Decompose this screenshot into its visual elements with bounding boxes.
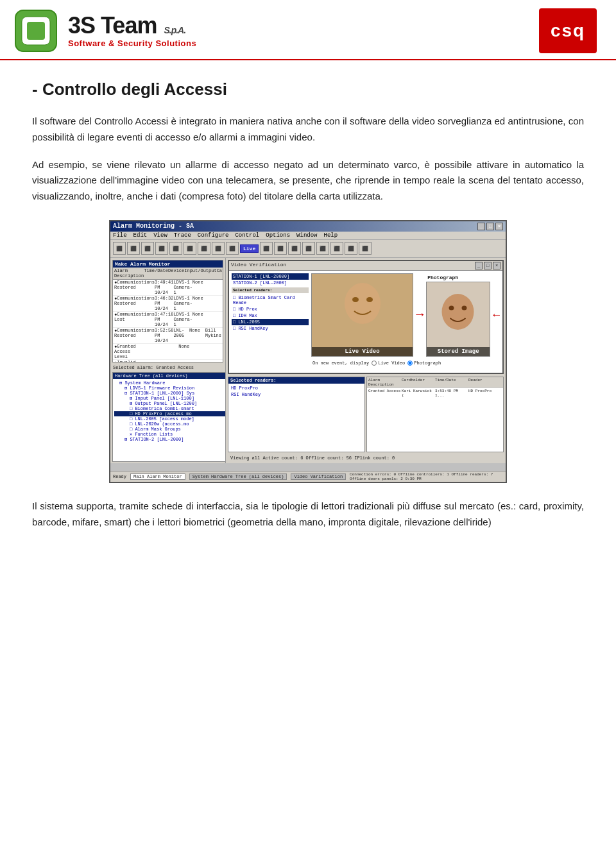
table-row: ●Communications Restored 3:52:58 PM 10/2… (113, 328, 223, 344)
alarm-desc-header: Alarm Description Cardholder Time/Date R… (367, 377, 503, 388)
tree-item-selected[interactable]: □ HD ProxPro (access mo (114, 411, 226, 416)
toolbar-btn-8[interactable]: ⬛ (212, 242, 225, 255)
menubar: File Edit View Trace Configure Control O… (110, 232, 506, 240)
toolbar-btn-3[interactable]: ⬛ (141, 242, 154, 255)
alarm-table-header: Alarm Description Time/Date Device Input… (113, 268, 223, 280)
close-button[interactable]: × (495, 223, 503, 230)
tree-item[interactable]: ✕ Function Lists (114, 432, 226, 437)
tree-item[interactable]: ⊞ STATION-2 [LNL-2000] (114, 437, 226, 442)
toolbar-btn-17[interactable]: ⬛ (359, 242, 372, 255)
toolbar-btn-6[interactable]: ⬛ (184, 242, 196, 255)
tree-item[interactable]: □ Biometrica Combi-smart (114, 406, 226, 411)
selected-alarm-label: Selected alarm: Granted Access (110, 364, 225, 371)
header: 3S Team S.p.A. Software & Security Solut… (0, 0, 616, 60)
tree-item[interactable]: □ LNL-2005 [access mode] (114, 416, 226, 422)
tree-item[interactable]: ⊞ System Hardware (114, 380, 226, 386)
hardware-tree-panel: Hardware Tree (all devices) ⊞ System Har… (112, 372, 226, 462)
minimize-button[interactable]: _ (477, 223, 485, 230)
table-row: ●Communications Lost 3:47:18 PM 10/24 LD… (113, 312, 223, 328)
menu-options[interactable]: Options (266, 232, 290, 239)
tree-item[interactable]: ⊞ Output Panel [LNL-1200] (114, 401, 226, 406)
table-row: ●Communications Restored 3:46:32 PM 10/2… (113, 296, 223, 312)
station-item[interactable]: STATION-2 [LNL-2000] (232, 280, 309, 286)
company-tagline: Software & Security Solutions (68, 38, 196, 48)
col-time-date: Time/Date (435, 378, 468, 387)
tree-item[interactable]: □ LNL-2020w (access.mo (114, 422, 226, 427)
bottom-paragraph: Il sistema supporta, tramite schede di i… (32, 498, 584, 531)
toolbar-live-btn[interactable]: Live (240, 244, 259, 253)
col-input-output: Input/Output (184, 268, 216, 278)
video-close[interactable]: × (493, 262, 501, 269)
status-tab-video[interactable]: Video Varification (291, 473, 346, 480)
radio-live-video[interactable]: Live Video (372, 361, 405, 366)
toolbar-btn-5[interactable]: ⬛ (169, 242, 182, 255)
stored-image-area: Photograph (426, 273, 490, 357)
readers-panel: Selected readers: HD ProxPro RSI HandKey (228, 377, 365, 452)
svg-rect-2 (27, 22, 45, 40)
tree-item[interactable]: ⊞ LDVS-1 Firmware Revision (114, 386, 226, 391)
menu-trace[interactable]: Trace (174, 232, 191, 239)
alarm-list-panel: Make Alarm Monitor Alarm Description Tim… (110, 258, 226, 463)
col-device: Device (168, 268, 184, 278)
menu-edit[interactable]: Edit (133, 232, 148, 239)
station-item[interactable]: □ LNL-2005 (232, 319, 309, 325)
toolbar-btn-7[interactable]: ⬛ (198, 242, 210, 255)
col-reader: Reader (468, 378, 502, 387)
toolbar-btn-14[interactable]: ⬛ (316, 242, 329, 255)
video-win-controls: _ □ × (475, 262, 501, 269)
live-video-box: Live Video (311, 273, 413, 357)
reader-item[interactable]: RSI HandKey (230, 391, 363, 398)
biometrica-label: Selected readers: (232, 287, 309, 293)
toolbar-btn-11[interactable]: ⬛ (274, 242, 287, 255)
toolbar-btn-16[interactable]: ⬛ (345, 242, 357, 255)
menu-control[interactable]: Control (235, 232, 259, 239)
maximize-button[interactable]: □ (486, 223, 494, 230)
right-arrow: → (416, 273, 424, 357)
station-item-selected[interactable]: STATION-1 [LNL-20000] (232, 273, 309, 280)
status-tab-hardware[interactable]: System Hardware Tree (all devices) (189, 473, 287, 480)
tree-item[interactable]: ⊞ Input Panel [LNL-1100] (114, 396, 226, 401)
station-item[interactable]: □ Biometrica Smart Card Reade (232, 294, 309, 306)
alarm-monitor-inner: Make Alarm Monitor Alarm Description Tim… (112, 260, 223, 362)
live-face-svg (340, 279, 385, 334)
readers-title: Selected readers: (228, 377, 364, 384)
station-item[interactable]: □ RSI HandKey (232, 325, 309, 332)
menu-configure[interactable]: Configure (198, 232, 229, 239)
svg-point-4 (352, 297, 359, 302)
toolbar-btn-15[interactable]: ⬛ (330, 242, 343, 255)
toolbar-btn-13[interactable]: ⬛ (302, 242, 315, 255)
video-maximize[interactable]: □ (484, 262, 492, 269)
toolbar-btn-10[interactable]: ⬛ (260, 242, 273, 255)
table-row: ●Communications Restored 3:49:41 PM 10/2… (113, 280, 223, 296)
menu-window[interactable]: Window (296, 232, 317, 239)
reader-item[interactable]: HD ProxPro (230, 385, 363, 391)
status-tab-alarm[interactable]: Main Alarm Monitor (130, 473, 185, 480)
col-cardholder: Cardholder (402, 378, 435, 387)
svg-point-6 (442, 294, 474, 330)
svg-point-7 (449, 305, 454, 310)
menu-view[interactable]: View (153, 232, 167, 239)
win-statusbar: Ready Main Alarm Monitor System Hardware… (110, 471, 506, 482)
tree-item[interactable]: ⊟ STATION-1 [LNL-2000] Sys (114, 391, 226, 396)
toolbar-btn-12[interactable]: ⬛ (288, 242, 301, 255)
col-time-date: Time/Date (144, 268, 168, 278)
toolbar-btn-2[interactable]: ⬛ (127, 242, 140, 255)
active-count-bar: Viewing all Active count: 6 Offline coun… (228, 455, 504, 461)
on-event-label: On new event, display (312, 361, 369, 366)
menu-help[interactable]: Help (323, 232, 338, 239)
station-item[interactable]: □ HD Prox (232, 306, 309, 312)
toolbar-btn-1[interactable]: ⬛ (113, 242, 126, 255)
toolbar-btn-9[interactable]: ⬛ (226, 242, 239, 255)
tree-item[interactable]: □ Alarm Mask Groups (114, 427, 226, 432)
radio-photograph[interactable]: Photograph (407, 361, 441, 366)
station-item[interactable]: □ IDH Max (232, 312, 309, 319)
menu-file[interactable]: File (113, 232, 127, 239)
toolbar-btn-4[interactable]: ⬛ (155, 242, 168, 255)
video-minimize[interactable]: _ (475, 262, 483, 269)
logo-text: 3S Team S.p.A. Software & Security Solut… (68, 14, 196, 48)
alarm-desc-row: Granted Access Kari Karwsick ( 3:53:40 P… (367, 388, 503, 398)
ready-label: Ready (113, 474, 126, 479)
table-row: ●Granted Access Level None (113, 344, 223, 360)
video-verify-panel: Video Verification _ □ × STATION-1 [LNL-… (228, 260, 504, 374)
video-verify-titlebar: Video Verification _ □ × (229, 261, 502, 271)
